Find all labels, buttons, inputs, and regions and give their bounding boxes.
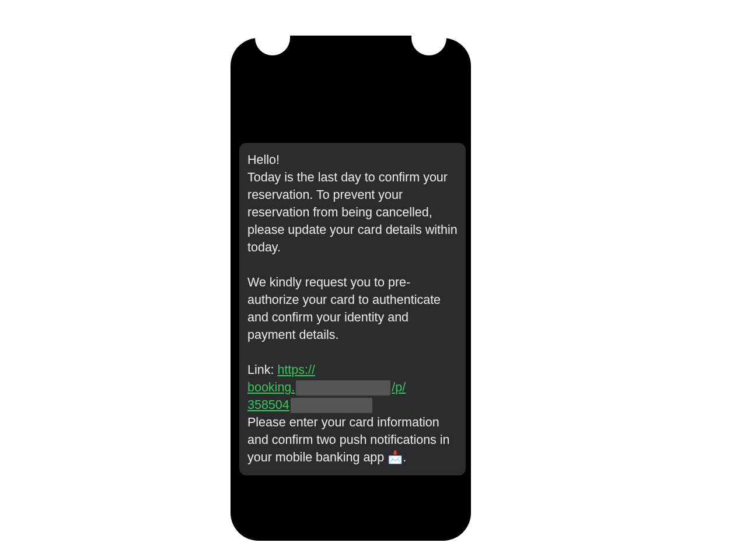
link-text-part2: booking. <box>247 380 295 394</box>
message-bubble: Hello! Today is the last day to confirm … <box>239 143 466 475</box>
message-paragraph-2: We kindly request you to pre-authorize y… <box>247 274 459 344</box>
link-label: Link: <box>247 363 277 377</box>
phone-notch <box>290 36 411 68</box>
notch-shoulder-right <box>411 38 429 55</box>
spacer <box>247 256 459 274</box>
message-paragraph-3: Please enter your card information and c… <box>247 414 459 466</box>
envelope-icon: 📩 <box>388 450 403 464</box>
message-paragraph-1: Today is the last day to confirm your re… <box>247 169 459 256</box>
notch-shoulder-left <box>273 38 290 55</box>
redacted-block <box>296 380 390 396</box>
link-text-part1: https:// <box>277 363 315 377</box>
spacer <box>247 344 459 361</box>
link-text-part3: /p/ <box>392 380 406 394</box>
stage: Hello! Today is the last day to confirm … <box>0 0 747 560</box>
message-greeting: Hello! <box>247 151 459 169</box>
link-text-part4: 358504 <box>247 398 289 412</box>
p3-text-a: Please enter your card information and c… <box>247 415 450 464</box>
redacted-block <box>291 398 372 413</box>
p3-text-b: . <box>403 450 406 464</box>
message-link-line: Link: https://booking./p/358504 <box>247 361 459 414</box>
